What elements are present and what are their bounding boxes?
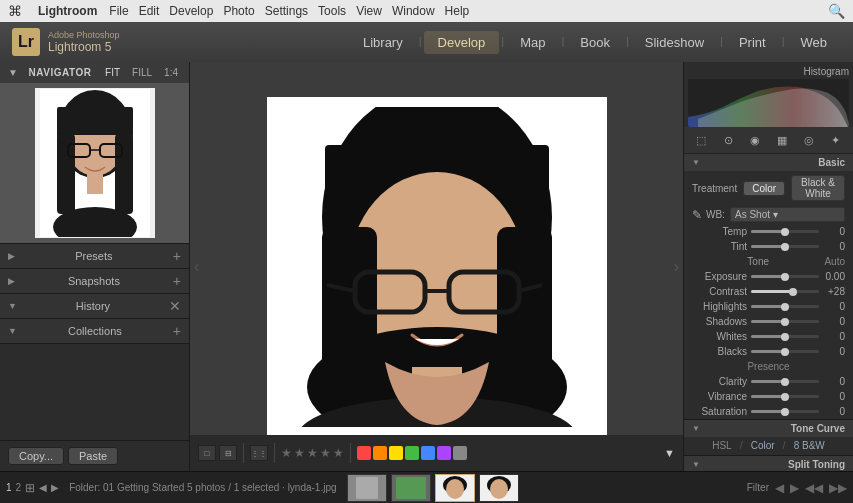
filmstrip-nav-right[interactable]: ▶ (790, 481, 799, 495)
star-4[interactable]: ★ (320, 446, 331, 460)
main-photo (267, 97, 607, 437)
color-label-purple[interactable] (437, 446, 451, 460)
clarity-slider[interactable] (751, 380, 819, 383)
nav-print[interactable]: Print (725, 31, 780, 54)
exposure-slider[interactable] (751, 275, 819, 278)
nav-size-btn[interactable]: 1:4 (161, 66, 181, 79)
crop-tool[interactable]: ⬚ (692, 131, 710, 149)
menu-edit[interactable]: Edit (139, 4, 160, 18)
rad-filter-tool[interactable]: ◎ (800, 131, 818, 149)
whites-value: 0 (823, 331, 845, 342)
auto-btn[interactable]: Auto (824, 256, 845, 267)
center-panel: ‹ (190, 62, 683, 471)
highlights-slider[interactable] (751, 305, 819, 308)
split-toning-header[interactable]: ▼ Split Toning (684, 456, 853, 471)
menu-tools[interactable]: Tools (318, 4, 346, 18)
color-label-grey[interactable] (453, 446, 467, 460)
saturation-slider[interactable] (751, 410, 819, 413)
tc-color-btn[interactable]: Color (751, 440, 775, 451)
filmstrip-more-left[interactable]: ◀◀ (805, 481, 823, 495)
redeye-tool[interactable]: ◉ (746, 131, 764, 149)
history-header[interactable]: ▼ History ✕ (0, 294, 189, 318)
menu-view[interactable]: View (356, 4, 382, 18)
prev-photo-arrow[interactable]: ‹ (194, 258, 199, 276)
basic-header[interactable]: ▼ Basic (684, 154, 853, 171)
snapshots-header[interactable]: ▶ Snapshots + (0, 269, 189, 293)
grid-view-btn[interactable]: ⋮⋮ (250, 445, 268, 461)
color-label-yellow[interactable] (389, 446, 403, 460)
vibrance-label: Vibrance (692, 391, 747, 402)
nav-book[interactable]: Book (566, 31, 624, 54)
filmstrip-thumb-1[interactable] (347, 474, 387, 502)
filmstrip-nav-left[interactable]: ◀ (775, 481, 784, 495)
nav-web[interactable]: Web (787, 31, 842, 54)
star-3[interactable]: ★ (307, 446, 318, 460)
paste-button[interactable]: Paste (68, 447, 118, 465)
tc-bw-btn[interactable]: 8 B&W (794, 440, 825, 451)
star-2[interactable]: ★ (294, 446, 305, 460)
filmstrip-thumb-2[interactable] (391, 474, 431, 502)
divider-1 (243, 443, 244, 463)
bw-treatment-btn[interactable]: Black & White (791, 175, 845, 201)
nav-fill-btn[interactable]: FILL (129, 66, 155, 79)
filmstrip-prev-btn[interactable]: ◀ (39, 482, 47, 493)
whites-label: Whites (692, 331, 747, 342)
presets-header[interactable]: ▶ Presets + (0, 244, 189, 268)
menu-file[interactable]: File (109, 4, 128, 18)
menu-develop[interactable]: Develop (169, 4, 213, 18)
history-close[interactable]: ✕ (169, 299, 181, 313)
tone-curve-header[interactable]: ▼ Tone Curve (684, 420, 853, 437)
menu-window[interactable]: Window (392, 4, 435, 18)
search-icon[interactable]: 🔍 (828, 3, 845, 19)
copy-button[interactable]: Copy... (8, 447, 64, 465)
nav-library[interactable]: Library (349, 31, 417, 54)
eyedropper-tool[interactable]: ✎ (692, 208, 702, 222)
spot-heal-tool[interactable]: ⊙ (719, 131, 737, 149)
filmstrip-more-right[interactable]: ▶▶ (829, 481, 847, 495)
contrast-slider[interactable] (751, 290, 819, 293)
tone-label: Tone (692, 256, 824, 267)
wb-row: ✎ WB: As Shot ▾ (684, 205, 853, 224)
collections-add[interactable]: + (173, 324, 181, 338)
menu-settings[interactable]: Settings (265, 4, 308, 18)
nav-fit-btn[interactable]: FIT (102, 66, 123, 79)
next-photo-arrow[interactable]: › (674, 258, 679, 276)
tint-slider[interactable] (751, 245, 819, 248)
page-num-1[interactable]: 1 (6, 482, 12, 493)
color-label-blue[interactable] (421, 446, 435, 460)
whites-slider[interactable] (751, 335, 819, 338)
nav-map[interactable]: Map (506, 31, 559, 54)
color-label-green[interactable] (405, 446, 419, 460)
tone-header: Tone Auto (684, 254, 853, 269)
filmstrip-thumb-4[interactable] (479, 474, 519, 502)
nav-slideshow[interactable]: Slideshow (631, 31, 718, 54)
star-1[interactable]: ★ (281, 446, 292, 460)
vibrance-slider[interactable] (751, 395, 819, 398)
filmstrip-grid-btn[interactable]: ⊞ (25, 481, 35, 495)
page-num-2[interactable]: 2 (16, 482, 22, 493)
presets-add[interactable]: + (173, 249, 181, 263)
color-label-red[interactable] (357, 446, 371, 460)
grad-filter-tool[interactable]: ▦ (773, 131, 791, 149)
navigator-header[interactable]: ▼ NAVIGATOR FIT FILL 1:4 (0, 62, 189, 83)
snapshots-add[interactable]: + (173, 274, 181, 288)
single-view-btn[interactable]: □ (198, 445, 216, 461)
color-treatment-btn[interactable]: Color (743, 181, 785, 196)
dropdown-arrow[interactable]: ▼ (664, 447, 675, 459)
collections-header[interactable]: ▼ Collections + (0, 319, 189, 343)
star-5[interactable]: ★ (333, 446, 344, 460)
compare-view-btn[interactable]: ⊟ (219, 445, 237, 461)
blacks-slider[interactable] (751, 350, 819, 353)
filmstrip-next-btn[interactable]: ▶ (51, 482, 59, 493)
temp-slider[interactable] (751, 230, 819, 233)
menu-photo[interactable]: Photo (223, 4, 254, 18)
exposure-slider-row: Exposure 0.00 (684, 269, 853, 284)
wb-dropdown[interactable]: As Shot ▾ (730, 207, 845, 222)
nav-develop[interactable]: Develop (424, 31, 500, 54)
adjustment-tool[interactable]: ✦ (827, 131, 845, 149)
shadows-slider[interactable] (751, 320, 819, 323)
menu-help[interactable]: Help (445, 4, 470, 18)
color-label-orange[interactable] (373, 446, 387, 460)
filmstrip-thumb-3[interactable] (435, 474, 475, 502)
main-area: ▼ NAVIGATOR FIT FILL 1:4 (0, 62, 853, 471)
